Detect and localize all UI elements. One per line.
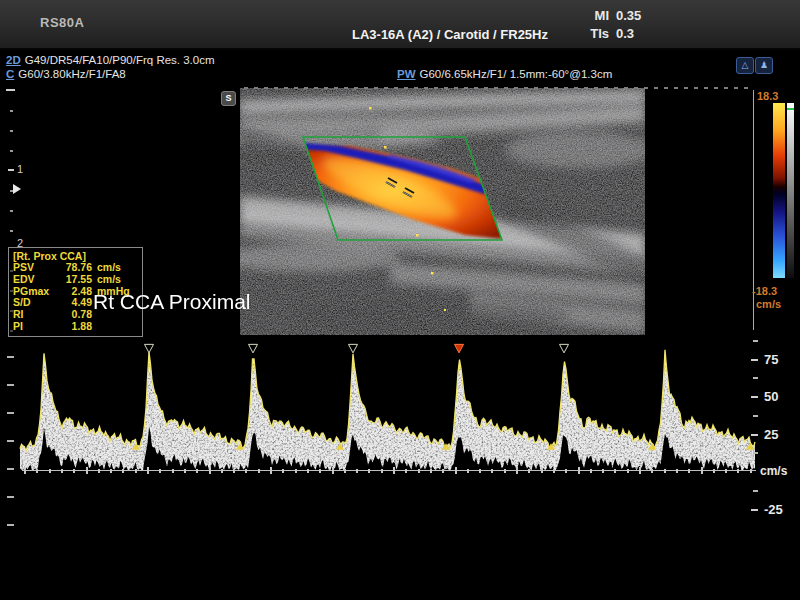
velocity-axis-label: -25 [764,502,798,517]
peak-marker [249,344,258,353]
ruler-tick [135,469,137,473]
ruler-tick [454,87,458,89]
ruler-tick [751,509,758,511]
focus-marker[interactable] [13,184,21,194]
ruler-tick [7,412,14,414]
ruler-tick [734,87,738,89]
ruler-tick [10,130,13,132]
ruler-tick [354,87,358,89]
ruler-tick [7,440,14,442]
ruler-tick [664,469,666,473]
ruler-tick [590,469,592,473]
ruler-tick [444,87,448,89]
colorbar-max-label: 18.3 [757,90,778,102]
ruler-tick [714,87,718,89]
ruler-tick [704,87,708,89]
orientation-marker: S [221,91,236,106]
ruler-tick [504,469,506,473]
ruler-tick [254,87,258,89]
tis-readout: TIs0.3 [583,26,634,41]
ruler-tick [393,467,395,474]
ruler-tick [86,467,88,474]
ruler-tick [751,434,758,436]
ruler-tick [196,469,198,473]
ruler-tick [713,469,715,473]
ruler-tick [753,490,758,492]
ruler-tick [233,469,235,473]
ruler-tick [491,469,493,473]
ruler-tick [374,87,378,89]
spectrum-speckle [20,350,755,471]
ruler-tick [404,87,408,89]
ruler-tick [651,469,653,473]
pw-mode-label[interactable]: PW [397,68,416,80]
bmode-image[interactable] [240,88,645,335]
ruler-tick [332,467,334,474]
ruler-tick [405,469,407,473]
ruler-tick [110,469,112,473]
colorbar-min-label: -18.3 [752,285,777,297]
ruler-tick [541,469,543,473]
ruler-tick [334,87,338,89]
ruler-tick [544,87,548,89]
grayscale-marker [787,108,794,110]
spectral-display[interactable] [0,335,800,545]
ruler-tick [344,87,348,89]
ruler-tick [344,469,346,473]
mi-value: 0.35 [616,8,641,23]
ruler-tick [654,87,658,89]
ruler-tick [737,469,739,473]
machine-model: RS80A [40,15,84,30]
ruler-tick [664,87,668,89]
measurement-ml: PI [13,321,55,333]
ruler-tick [98,469,100,473]
peak-marker [560,344,569,353]
color-params: CG60/3.80kHz/F1/FA8 [6,68,126,80]
measurement-mv: 17.55 [55,274,92,286]
ruler-tick [61,469,63,473]
ruler-tick [554,87,558,89]
title-bar: RS80A LA3-16A (A2) / Carotid / FR25Hz MI… [0,0,800,50]
body-marker-icon[interactable]: ♟ [755,57,773,74]
ruler-tick [364,87,368,89]
ruler-tick [688,469,690,473]
ruler-tick [694,87,698,89]
tis-value: 0.3 [616,26,634,41]
probe-icon[interactable]: △ [736,57,754,74]
ruler-tick [744,87,748,89]
ruler-tick [484,87,488,89]
ruler-tick [10,230,13,232]
color-mode-label[interactable]: C [6,68,14,80]
ruler-tick [36,469,38,473]
ruler-tick [604,87,608,89]
ruler-tick [7,384,14,386]
ruler-tick [564,87,568,89]
ruler-tick [524,87,528,89]
ruler-tick [172,469,174,473]
ruler-tick [282,469,284,473]
ruler-tick [7,524,14,526]
ruler-tick [725,469,727,473]
ruler-tick [24,467,26,474]
ruler-tick [442,469,444,473]
ruler-tick [684,87,688,89]
ruler-tick [270,467,272,474]
peak-marker [145,344,154,353]
ruler-tick [494,87,498,89]
ruler-tick [455,467,457,474]
2d-mode-label[interactable]: 2D [6,54,21,66]
probe-preset[interactable]: LA3-16A (A2) / Carotid / FR25Hz [300,27,600,42]
ruler-tick [7,496,14,498]
gray-scale-bar [787,103,794,278]
annotation-label[interactable]: Rt CCA Proximal [93,290,251,314]
ruler-tick [430,469,432,473]
velocity-unit-label: cm/s [760,464,787,478]
measurement-row: EDV17.55cm/s [13,274,139,286]
ruler-tick [514,87,518,89]
2d-params: 2DG49/DR54/FA10/P90/Frq Res. 3.0cm [6,54,215,66]
ruler-tick [356,469,358,473]
ruler-tick [467,469,469,473]
peak-markers [145,344,569,353]
ruler-tick [6,89,15,91]
ruler-tick [294,87,298,89]
